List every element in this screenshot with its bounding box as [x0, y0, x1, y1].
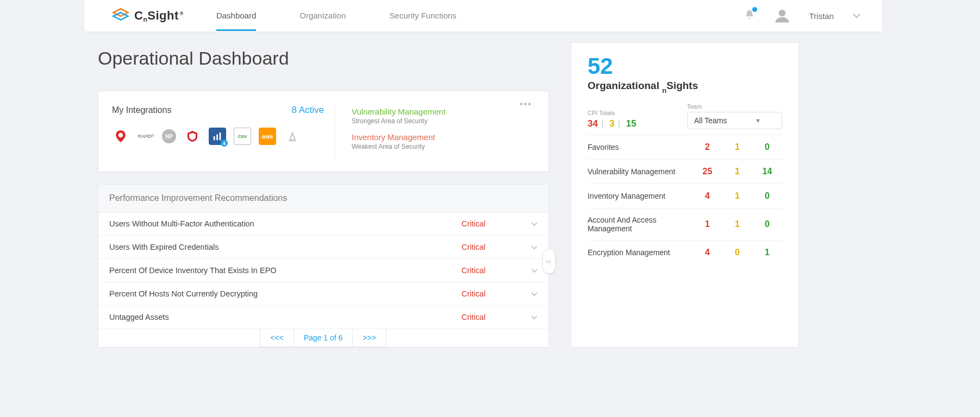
weakest-area-title: Inventory Management — [352, 132, 529, 142]
cpi-totals: CPI Totals 34| 3| 15 — [588, 110, 636, 129]
integration-rapid-icon[interactable]: RAPIDᴰ — [137, 128, 154, 145]
pir-card: Performance Improvement Recommendations … — [98, 184, 549, 348]
metrics-row[interactable]: Inventory Management410 — [588, 184, 782, 208]
notification-dot — [752, 7, 757, 12]
pir-row-severity: Critical — [461, 289, 527, 298]
svg-rect-4 — [216, 134, 218, 140]
pager-page[interactable]: Page 1 of 6 — [294, 329, 353, 347]
metrics-row-name: Vulnerability Management — [588, 167, 692, 176]
metrics-green: 1 — [752, 248, 782, 257]
cpi-label: CPI Totals — [588, 110, 636, 116]
sights-panel: 52 Organizational nSights CPI Totals 34|… — [571, 42, 799, 348]
brand-logo[interactable]: CnSight® — [111, 8, 184, 24]
weakest-area[interactable]: Inventory Management Weakest Area of Sec… — [352, 132, 529, 150]
integration-np-icon[interactable]: NP — [162, 129, 176, 143]
integrations-card: ••• My Integrations 8 Active RAPIDᴰ NP C… — [98, 91, 549, 172]
metrics-green: 0 — [752, 142, 782, 152]
metrics-green: 0 — [752, 219, 782, 229]
svg-rect-3 — [214, 136, 215, 140]
integration-analytics-icon[interactable] — [209, 128, 226, 145]
pir-row-name: Percent Of Device Inventory That Exists … — [109, 266, 461, 275]
cpi-yellow: 3 — [609, 118, 614, 129]
team-selected: All Teams — [694, 116, 727, 125]
pir-row[interactable]: Percent Of Hosts Not Currently Decryptin… — [98, 282, 548, 306]
metrics-row-name: Inventory Management — [588, 192, 692, 200]
tab-organization[interactable]: Organization — [299, 1, 346, 31]
expand-chevron-icon[interactable] — [527, 266, 538, 275]
metrics-row[interactable]: Vulnerability Management25114 — [588, 159, 782, 184]
pir-row-severity: Critical — [461, 313, 527, 321]
tab-security-functions[interactable]: Security Functions — [389, 1, 456, 31]
metrics-yellow: 0 — [722, 248, 752, 257]
avatar-icon[interactable] — [774, 8, 790, 24]
notifications-button[interactable] — [744, 9, 755, 23]
integration-aws-icon[interactable]: aws — [259, 128, 276, 145]
expand-chevron-icon[interactable] — [527, 243, 538, 251]
expand-chevron-icon[interactable] — [527, 219, 538, 228]
metrics-red: 4 — [692, 248, 722, 257]
integration-mcafee-icon[interactable] — [184, 128, 201, 145]
pir-row-name: Untagged Assets — [109, 313, 461, 321]
user-menu-chevron[interactable] — [853, 11, 860, 21]
strongest-area-title: Vulnerability Management — [352, 107, 529, 116]
sights-title: Organizational nSights — [588, 80, 782, 93]
metrics-yellow: 1 — [722, 219, 752, 229]
metrics-row-name: Encryption Management — [588, 248, 692, 257]
page-title: Operational Dashboard — [98, 48, 549, 69]
cpi-green: 15 — [626, 118, 636, 129]
metrics-red: 4 — [692, 191, 722, 201]
metrics-green: 0 — [752, 191, 782, 201]
metrics-red: 25 — [692, 167, 722, 176]
pager: <<< Page 1 of 6 >>> — [98, 329, 548, 347]
integrations-active-count[interactable]: 8 Active — [291, 105, 324, 116]
chevron-down-icon: ▼ — [755, 117, 761, 124]
pir-row-severity: Critical — [461, 243, 527, 251]
pir-row-name: Percent Of Hosts Not Currently Decryptin… — [109, 289, 461, 298]
pir-row[interactable]: Users Without Multi-Factor Authenticatio… — [98, 212, 548, 236]
cpi-red: 34 — [588, 118, 598, 129]
integration-qualys-icon[interactable] — [112, 128, 129, 145]
metrics-yellow: 1 — [722, 167, 752, 176]
metrics-row[interactable]: Encryption Management401 — [588, 240, 782, 264]
metrics-green: 14 — [752, 167, 782, 176]
pir-heading: Performance Improvement Recommendations — [98, 185, 548, 212]
integration-azure-icon[interactable] — [284, 128, 301, 145]
nav-tabs: Dashboard Organization Security Function… — [216, 1, 457, 31]
svg-rect-5 — [220, 132, 221, 140]
brand-name: CnSight® — [134, 9, 184, 23]
pir-row[interactable]: Percent Of Device Inventory That Exists … — [98, 259, 548, 282]
main-content: Operational Dashboard ••• My Integration… — [98, 48, 549, 348]
metrics-row[interactable]: Account And Access Management110 — [588, 208, 782, 240]
metrics-red: 2 — [692, 142, 722, 152]
strongest-area-sub: Strongest Area of Security — [352, 117, 529, 125]
metrics-row[interactable]: Favorites210 — [588, 135, 782, 159]
pager-prev[interactable]: <<< — [260, 329, 294, 347]
pir-row-severity: Critical — [461, 266, 527, 275]
team-dropdown[interactable]: All Teams ▼ — [687, 112, 782, 129]
weakest-area-sub: Weakest Area of Security — [352, 143, 529, 150]
pir-row[interactable]: Users With Expired CredentialsCritical — [98, 236, 548, 259]
pager-next[interactable]: >>> — [352, 329, 386, 347]
integration-csv-icon[interactable]: CSV — [234, 128, 251, 145]
chevron-down-icon — [853, 13, 860, 18]
svg-point-2 — [778, 10, 785, 17]
strongest-area[interactable]: Vulnerability Management Strongest Area … — [352, 107, 529, 125]
metrics-yellow: 1 — [722, 142, 752, 152]
card-menu-button[interactable]: ••• — [520, 99, 532, 109]
logo-icon — [111, 8, 130, 24]
tab-dashboard[interactable]: Dashboard — [216, 1, 256, 31]
expand-chevron-icon[interactable] — [527, 289, 538, 298]
user-name[interactable]: Tristan — [809, 11, 834, 21]
collapse-handle[interactable]: ıı — [542, 249, 555, 274]
vertical-divider — [335, 105, 335, 158]
metrics-yellow: 1 — [722, 191, 752, 201]
expand-chevron-icon[interactable] — [527, 313, 538, 321]
pir-row-name: Users With Expired Credentials — [109, 243, 461, 251]
integrations-label: My Integrations — [112, 105, 171, 115]
pir-row-severity: Critical — [461, 219, 527, 228]
metrics-row-name: Favorites — [588, 143, 692, 151]
metrics-row-name: Account And Access Management — [588, 216, 692, 233]
pir-row[interactable]: Untagged AssetsCritical — [98, 306, 548, 329]
integrations-icon-row: RAPIDᴰ NP CSV aws — [112, 128, 324, 145]
sights-total: 52 — [588, 55, 782, 78]
